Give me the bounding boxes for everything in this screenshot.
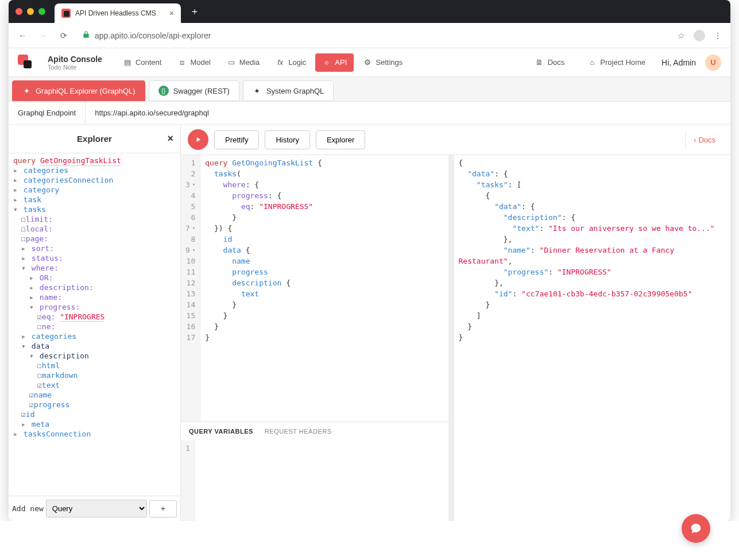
- api-mode-tabs: ✦ GraphiQL Explorer (GraphQL) {} Swagger…: [9, 77, 730, 102]
- tab-close-icon[interactable]: ×: [169, 9, 174, 18]
- editor-toolbar: Prettify History Explorer ‹Docs: [181, 125, 730, 155]
- tab-request-headers[interactable]: REQUEST HEADERS: [265, 428, 332, 435]
- checkbox-icon[interactable]: ☑: [37, 312, 42, 321]
- app-logo: [18, 55, 34, 71]
- add-new-select[interactable]: Query: [46, 500, 147, 517]
- explorer-tree[interactable]: query GetOngoingTaskList ▸ categories ▸ …: [9, 153, 180, 496]
- line-gutter: 123 ▾4567 ▾89 ▾1011121314151617: [181, 155, 200, 422]
- endpoint-value[interactable]: https://api.apito.io/secured/graphql: [86, 102, 730, 124]
- project-home-link[interactable]: ⌂Project Home: [581, 53, 652, 72]
- checkbox-icon[interactable]: ☑: [21, 410, 26, 419]
- nav-media[interactable]: ▭Media: [220, 53, 266, 72]
- greeting: Hi, Admin: [661, 58, 696, 67]
- checkbox-icon[interactable]: ☑: [29, 391, 34, 399]
- maximize-window-button[interactable]: [38, 8, 45, 15]
- browser-menu-icon[interactable]: ⋮: [712, 31, 723, 40]
- url-text: app.apito.io/console/api-explorer: [95, 31, 211, 40]
- tab-graphiql[interactable]: ✦ GraphiQL Explorer (GraphQL): [12, 80, 145, 101]
- tab-swagger[interactable]: {} Swagger (REST): [149, 80, 239, 101]
- chevron-left-icon: ‹: [694, 136, 696, 144]
- explorer-footer: Add new Query +: [9, 496, 180, 521]
- add-button[interactable]: +: [149, 500, 177, 517]
- query-editor[interactable]: 123 ▾4567 ▾89 ▾1011121314151617 query Ge…: [181, 155, 448, 422]
- variables-editor[interactable]: 1: [181, 441, 448, 521]
- nav-model[interactable]: ⧈Model: [171, 53, 217, 72]
- tab-system-graphql[interactable]: ✦ System GraphQL: [243, 80, 334, 101]
- editor-area: Prettify History Explorer ‹Docs 123 ▾456…: [181, 125, 730, 521]
- checkbox-icon[interactable]: ☐: [21, 234, 26, 243]
- home-icon: ⌂: [587, 58, 597, 67]
- browser-tab[interactable]: API Driven Headless CMS ×: [55, 3, 181, 23]
- tab-favicon: [61, 9, 71, 18]
- user-avatar[interactable]: U: [705, 55, 721, 71]
- app-title: Apito Console Todo Note: [48, 55, 102, 71]
- checkbox-icon[interactable]: ☐: [21, 225, 26, 233]
- prettify-button[interactable]: Prettify: [214, 130, 259, 149]
- variables-panel: QUERY VARIABLES REQUEST HEADERS 1: [181, 422, 448, 521]
- minimize-window-button[interactable]: [27, 8, 34, 15]
- tab-title: API Driven Headless CMS: [75, 9, 156, 17]
- checkbox-icon[interactable]: ☐: [37, 371, 42, 380]
- checkbox-icon[interactable]: ☐: [37, 361, 42, 370]
- new-tab-button[interactable]: ＋: [190, 6, 199, 18]
- lock-icon: [82, 30, 90, 40]
- api-icon: ⟐: [322, 58, 331, 67]
- docs-button[interactable]: ‹Docs: [685, 131, 723, 149]
- swagger-icon: {}: [158, 86, 169, 96]
- nav-settings[interactable]: ⚙Settings: [356, 53, 409, 72]
- logic-icon: fx: [276, 58, 285, 67]
- graphql-icon: ✦: [22, 86, 31, 95]
- operation-name-input[interactable]: GetOngoingTaskList: [40, 156, 121, 166]
- main-area: Explorer × query GetOngoingTaskList ▸ ca…: [9, 125, 730, 521]
- endpoint-label: Graphql Endpoint: [9, 102, 86, 124]
- url-bar[interactable]: app.apito.io/console/api-explorer: [78, 30, 668, 40]
- content-icon: ▤: [123, 58, 132, 67]
- checkbox-icon[interactable]: ☐: [37, 322, 42, 331]
- profile-icon[interactable]: [694, 30, 705, 41]
- execute-button[interactable]: [188, 129, 208, 150]
- bookmark-icon[interactable]: ☆: [675, 31, 687, 40]
- doc-icon: 🗎: [535, 58, 544, 67]
- add-new-label: Add new: [12, 504, 44, 513]
- close-window-button[interactable]: [16, 8, 22, 15]
- nav-api[interactable]: ⟐API: [315, 53, 354, 72]
- checkbox-icon[interactable]: ☑: [29, 400, 34, 409]
- query-code[interactable]: query GetOngoingTaskList { tasks( where:…: [200, 155, 327, 422]
- reload-button[interactable]: ⟳: [57, 29, 71, 43]
- browser-toolbar: ← → ⟳ app.apito.io/console/api-explorer …: [9, 23, 730, 48]
- app-header: Apito Console Todo Note ▤Content ⧈Model …: [9, 48, 730, 77]
- explorer-pane: Explorer × query GetOngoingTaskList ▸ ca…: [9, 125, 181, 521]
- endpoint-bar: Graphql Endpoint https://api.apito.io/se…: [9, 102, 730, 125]
- app-name: Apito Console: [48, 55, 102, 64]
- tab-query-variables[interactable]: QUERY VARIABLES: [189, 428, 253, 435]
- nav-logic[interactable]: fxLogic: [269, 53, 313, 72]
- nav-content[interactable]: ▤Content: [116, 53, 169, 72]
- graphql-icon: ✦: [253, 86, 262, 95]
- checkbox-icon[interactable]: ☑: [37, 381, 42, 389]
- media-icon: ▭: [227, 58, 236, 67]
- explorer-close-icon[interactable]: ×: [167, 133, 173, 145]
- result-pane[interactable]: { "data": { "tasks": [ { "data": { "desc…: [454, 155, 731, 521]
- forward-button[interactable]: →: [36, 29, 50, 43]
- eq-value-input[interactable]: "INPROGRES: [60, 312, 105, 322]
- traffic-lights: [16, 8, 45, 15]
- docs-link[interactable]: 🗎Docs: [528, 53, 572, 72]
- checkbox-icon[interactable]: ☐: [21, 215, 26, 223]
- explorer-header: Explorer ×: [9, 125, 180, 153]
- browser-titlebar: API Driven Headless CMS × ＋: [9, 0, 730, 23]
- main-nav: ▤Content ⧈Model ▭Media fxLogic ⟐API ⚙Set…: [116, 53, 409, 72]
- model-icon: ⧈: [177, 58, 187, 67]
- history-button[interactable]: History: [265, 130, 309, 149]
- explorer-button[interactable]: Explorer: [316, 130, 365, 149]
- back-button[interactable]: ←: [16, 29, 29, 43]
- project-name: Todo Note: [48, 64, 102, 71]
- gear-icon: ⚙: [363, 58, 372, 67]
